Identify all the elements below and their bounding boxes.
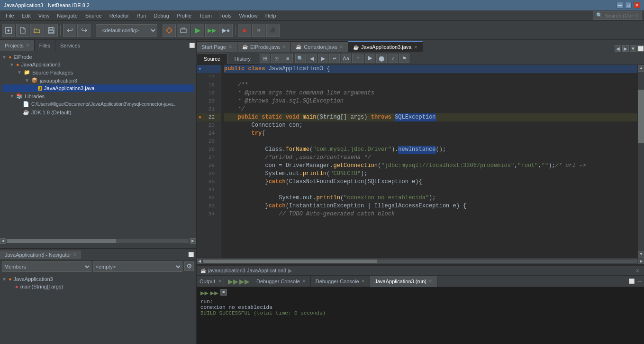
debugger-console-tab-2[interactable]: Debugger Console ✕ xyxy=(311,276,370,287)
history-tab[interactable]: History xyxy=(227,54,258,64)
close-button[interactable]: ✕ xyxy=(634,2,640,9)
tab-projects[interactable]: Projects ✕ xyxy=(0,40,35,51)
minimize-button[interactable]: — xyxy=(617,2,623,9)
tree-item-source-packages[interactable]: ▼ 📁 Source Packages xyxy=(2,68,194,76)
fold-icon-class[interactable]: ▼ xyxy=(197,67,203,72)
clean-build-button[interactable] xyxy=(163,24,176,37)
vscroll-track[interactable] xyxy=(638,72,644,251)
nav-item-class[interactable]: ▼ ● JavaApplication3 xyxy=(2,275,194,283)
menu-profile[interactable]: Profile xyxy=(173,12,195,19)
breadcrumb-close-icon[interactable]: ✕ xyxy=(635,267,640,274)
members-filter[interactable]: Members xyxy=(2,261,91,272)
window-controls[interactable]: — □ ✕ xyxy=(617,2,640,9)
apply-code-changes-button[interactable]: ≋ xyxy=(252,24,265,37)
debugger-tab1-close[interactable]: ✕ xyxy=(302,279,306,284)
editor-hscroll-left[interactable]: ◀ xyxy=(197,259,202,264)
config-dropdown[interactable]: <default config> xyxy=(96,24,157,37)
code-content[interactable]: public class JavaApplication3 { /** * @p… xyxy=(221,65,637,258)
new-project-button[interactable] xyxy=(2,24,15,37)
find-prev-btn[interactable]: ◀ xyxy=(307,54,317,63)
test-btn[interactable]: ✓ xyxy=(388,54,398,63)
vscroll-up[interactable]: ▲ xyxy=(638,65,644,72)
tree-item-mysql-jar[interactable]: ▷ 📄 C:\Users\Migue\Documents\JavaApplica… xyxy=(2,100,194,108)
editor-hscroll-right[interactable]: ▶ xyxy=(638,259,644,264)
open-project-button[interactable] xyxy=(30,24,44,37)
menu-tools[interactable]: Tools xyxy=(216,12,236,19)
tab-scroll-right[interactable]: ▶ xyxy=(622,45,629,52)
tree-item-javaapp3[interactable]: ▼ ● JavaApplication3 xyxy=(2,61,194,68)
menu-help[interactable]: Help xyxy=(262,12,280,19)
tab-files[interactable]: Files xyxy=(35,40,55,51)
save-button[interactable] xyxy=(45,24,58,37)
menu-debug[interactable]: Debug xyxy=(150,12,172,19)
undo-button[interactable]: ↩ xyxy=(63,24,76,37)
conexion-tab-close[interactable]: ✕ xyxy=(339,44,343,49)
run-button[interactable]: ▶ xyxy=(191,24,204,37)
projects-hscrollbar[interactable]: ◀ ▶ xyxy=(0,237,196,244)
menu-refactor[interactable]: Refactor xyxy=(106,12,133,19)
hscroll-right[interactable]: ▶ xyxy=(190,238,196,244)
output-stop-btn[interactable]: ■ xyxy=(220,289,227,296)
nav-item-main-method[interactable]: ▷ ● main(String[] args) xyxy=(2,283,194,290)
menu-navigate[interactable]: Navigate xyxy=(53,12,81,19)
tab-elprode-java[interactable]: ☕ ElProde.java ✕ xyxy=(237,41,291,52)
find-btn[interactable]: 🔍 xyxy=(295,54,306,63)
menu-file[interactable]: File xyxy=(2,12,18,19)
run-to-btn[interactable]: ⯈ xyxy=(365,54,375,63)
tab-javaapplication3-java[interactable]: ☕ JavaApplication3.java ✕ xyxy=(348,41,423,52)
regex-btn[interactable]: .* xyxy=(352,54,363,63)
run-forward2-btn[interactable]: ▶▶ xyxy=(239,278,250,285)
tree-item-elprode[interactable]: ▼ ● ElProde xyxy=(2,53,194,61)
debugger-console-tab-1[interactable]: Debugger Console ✕ xyxy=(252,276,311,287)
match-case-btn[interactable]: Aa xyxy=(341,54,351,63)
open-debugger-button[interactable]: ⬛ xyxy=(266,24,280,37)
tree-item-libraries[interactable]: ▼ 📚 Libraries xyxy=(2,92,194,100)
projects-tab-close[interactable]: ✕ xyxy=(26,43,29,48)
run-tab-close[interactable]: ✕ xyxy=(428,279,432,284)
bookmark-marker[interactable]: ● xyxy=(199,115,201,120)
elprode-tab-close[interactable]: ✕ xyxy=(282,44,286,49)
output-content[interactable]: ▶▶ ▶▶ ■ run: conexion no establecida BUI… xyxy=(197,287,644,344)
menu-run[interactable]: Run xyxy=(133,12,150,19)
tree-item-package[interactable]: ▼ 📦 javaapplication3 xyxy=(2,76,194,84)
start-page-tab-close[interactable]: ✕ xyxy=(228,44,232,49)
panel-maximize-icon[interactable]: ⬜ xyxy=(188,42,196,49)
debug-button[interactable]: ▶▶ xyxy=(205,24,218,37)
tree-item-java-file[interactable]: ▷ J JavaApplication3.java xyxy=(2,84,194,92)
source-tab[interactable]: Source xyxy=(197,54,227,64)
vscroll-thumb[interactable] xyxy=(638,90,644,143)
debug-run-btn[interactable]: ⚑ xyxy=(399,54,409,63)
maximize-button[interactable]: □ xyxy=(625,2,632,9)
hscroll-track[interactable] xyxy=(7,239,189,243)
redo-button[interactable]: ↪ xyxy=(77,24,91,37)
tab-start-page[interactable]: Start Page ✕ xyxy=(197,41,237,52)
tab-dropdown[interactable]: ▼ xyxy=(630,45,636,52)
editor-hscrollbar[interactable]: ◀ ▶ xyxy=(197,258,644,264)
menu-edit[interactable]: Edit xyxy=(18,12,35,19)
toggle-bookmarks-btn[interactable]: ⊞ xyxy=(260,54,270,63)
tab-maximize[interactable]: ⬜ xyxy=(637,45,644,52)
output-run-btn1[interactable]: ▶▶ xyxy=(200,289,209,297)
menu-team[interactable]: Team xyxy=(195,12,216,19)
output-maximize-btn[interactable]: ⬜ xyxy=(628,278,635,285)
find-next-btn[interactable]: ▶ xyxy=(318,54,328,63)
run-forward-btn[interactable]: ▶▶ xyxy=(228,278,238,285)
tab-conexion-java[interactable]: ☕ Conexion.java ✕ xyxy=(291,41,348,52)
editor-hscroll-track[interactable] xyxy=(203,260,637,263)
javaapp3-run-tab[interactable]: JavaApplication3 (run) ✕ xyxy=(370,276,437,287)
tree-item-jdk[interactable]: ▷ ☕ JDK 1.8 (Default) xyxy=(2,108,194,116)
new-file-button[interactable] xyxy=(16,24,29,37)
tab-navigator[interactable]: JavaApplication3 - Navigator ✕ xyxy=(0,251,82,259)
tab-scroll-left[interactable]: ◀ xyxy=(615,45,621,52)
toggle-wrap-btn[interactable]: ↵ xyxy=(329,54,340,63)
javaapp3-tab-close[interactable]: ✕ xyxy=(414,45,417,50)
editor-vscrollbar[interactable]: ▲ ▼ xyxy=(637,65,644,258)
apply-btn[interactable]: ⬤ xyxy=(376,54,387,63)
empty-filter[interactable]: <empty> xyxy=(93,261,183,272)
vscroll-down[interactable]: ▼ xyxy=(638,251,644,258)
nav-maximize-icon[interactable]: ⬜ xyxy=(186,250,196,259)
menu-source[interactable]: Source xyxy=(82,12,106,19)
navigator-tab-close[interactable]: ✕ xyxy=(73,252,77,257)
output-close-btn[interactable]: ✕ xyxy=(218,279,222,284)
hscroll-left[interactable]: ◀ xyxy=(0,238,6,244)
